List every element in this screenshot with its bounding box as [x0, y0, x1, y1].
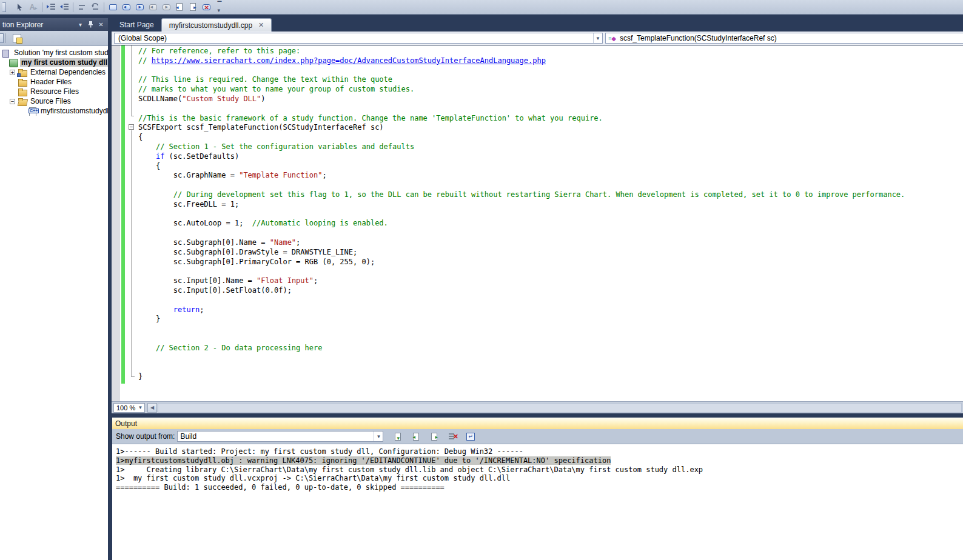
cursor-select-icon[interactable] — [13, 1, 27, 13]
editor-navigation-bar: (Global Scope) ▼ ≡◆ scsf_TemplateFunctio… — [112, 32, 963, 45]
clear-bookmarks-icon[interactable]: ✕ — [200, 1, 213, 13]
scope-dropdown[interactable]: (Global Scope) ▼ — [114, 33, 603, 44]
toggle-bookmark-icon[interactable] — [106, 1, 119, 13]
tree-item-source-files[interactable]: −Source Files — [0, 96, 108, 106]
member-dropdown-value: scsf_TemplateFunction(SCStudyInterfaceRe… — [616, 34, 780, 42]
solution-explorer-header[interactable]: tion Explorer ▾ ✕ — [0, 18, 108, 31]
output-log[interactable]: 1>------ Build started: Project: my firs… — [112, 444, 963, 560]
code-line: { — [138, 162, 963, 172]
find-message-icon[interactable]: ▾ — [391, 430, 405, 442]
code-line — [138, 362, 963, 372]
expand-icon[interactable]: + — [10, 70, 15, 75]
code-line: } — [138, 315, 963, 324]
tree-item-label: my first custom study dll — [20, 58, 108, 67]
editor-bottom-bar: 100 % ▼ ◀ — [112, 401, 963, 413]
solution-icon — [1, 49, 11, 57]
previous-bookmark-icon[interactable]: ◂ — [119, 1, 133, 13]
code-line: sc.GraphName = "Template Function"; — [138, 171, 963, 181]
tab-label: myfirstcustomstudydll.cpp — [169, 21, 252, 30]
tab-myfirstcustomstudydll[interactable]: myfirstcustomstudydll.cpp ✕ — [161, 18, 272, 32]
tree-item-label: Resource Files — [29, 87, 80, 96]
code-line: sc.AutoLoop = 1; //Automatic looping is … — [138, 219, 963, 228]
code-line — [138, 181, 963, 190]
show-output-from-label: Show output from: — [116, 432, 175, 441]
output-source-value: Build — [178, 432, 374, 441]
code-line: //This is the basic framework of a study… — [138, 114, 963, 124]
next-bookmark-icon[interactable]: ▸ — [133, 1, 146, 13]
method-icon: ≡◆ — [608, 35, 616, 42]
code-line: // Section 1 - Set the configuration var… — [138, 142, 963, 152]
output-toolbar-icons: ▾◂▸✕↵ — [391, 430, 478, 442]
separator — [42, 2, 42, 12]
code-text: // For reference, refer to this page:// … — [138, 47, 963, 382]
tree-item-external-dependencies[interactable]: +External Dependencies — [0, 67, 108, 77]
previous-bookmark-in-folder-icon[interactable]: ◂ — [146, 1, 159, 13]
output-line: 1> Creating library C:\SierraChart\Data\… — [116, 465, 963, 475]
collapse-region-icon[interactable]: − — [129, 124, 134, 130]
tree-item-header-files[interactable]: Header Files — [0, 77, 108, 87]
scope-dropdown-value: (Global Scope) — [115, 34, 170, 42]
tab-start-page[interactable]: Start Page — [112, 18, 161, 32]
code-line — [138, 353, 963, 363]
code-line — [138, 324, 963, 334]
code-line: sc.FreeDLL = 1; — [138, 200, 963, 210]
close-panel-icon[interactable]: ✕ — [96, 20, 106, 29]
chevron-down-icon[interactable]: ▼ — [593, 33, 602, 43]
toolbar-overflow-icon[interactable]: ▔▾ — [213, 1, 226, 13]
tree-item-solution[interactable]: Solution 'my first custom study dll' ( — [0, 48, 108, 58]
uncomment-lines-icon[interactable] — [89, 1, 102, 13]
chevron-down-icon[interactable]: ▼ — [136, 405, 144, 410]
window-position-icon[interactable]: ▾ — [76, 20, 85, 29]
tree-item-cpp-file[interactable]: C++myfirstcustomstudydll.c — [0, 106, 108, 116]
code-line: sc.Input[0].Name = "Float Input"; — [138, 276, 963, 286]
toggle-word-wrap-icon[interactable]: ↵ — [463, 430, 478, 442]
indicator-margin[interactable] — [112, 45, 121, 401]
output-window: Output Show output from: Build ▼ ▾◂▸✕↵ 1… — [108, 418, 963, 560]
separator — [104, 2, 104, 12]
scroll-left-button[interactable]: ◀ — [147, 403, 157, 413]
folder-open-icon — [18, 98, 27, 105]
output-line: 1> my first custom study dll.vcxproj -> … — [116, 474, 963, 483]
tree-item-resource-files[interactable]: Resource Files — [0, 87, 108, 96]
clipboard-partial-icon[interactable] — [0, 1, 13, 13]
previous-message-icon[interactable]: ◂ — [409, 430, 423, 442]
tree-item-label: myfirstcustomstudydll.c — [39, 107, 108, 115]
partial-toolbar-icon[interactable] — [0, 33, 4, 43]
comment-lines-icon[interactable] — [75, 1, 89, 13]
next-bookmark-in-document-icon[interactable]: ▸ — [186, 1, 200, 13]
main-toolbar: A▸◂▸◂▸◂▸✕▔▾ — [0, 0, 963, 15]
output-line: 1>myfirstcustomstudydll.obj : warning LN… — [116, 456, 963, 465]
code-editing-area[interactable]: − // For reference, refer to this page:/… — [112, 45, 963, 401]
auto-hide-pin-icon[interactable] — [86, 20, 95, 29]
solution-explorer-toolbar — [0, 31, 108, 46]
decrease-indent-icon[interactable] — [44, 1, 58, 13]
previous-bookmark-in-document-icon[interactable]: ◂ — [173, 1, 186, 13]
folder-icon — [18, 88, 27, 96]
chevron-down-icon[interactable]: ▼ — [374, 432, 383, 441]
format-text-icon: A▸ — [27, 1, 40, 13]
output-title: Output — [115, 419, 137, 428]
next-bookmark-in-folder-icon[interactable]: ▸ — [159, 1, 173, 13]
increase-indent-icon[interactable] — [58, 1, 71, 13]
code-line: SCSFExport scsf_TemplateFunction(SCStudy… — [138, 123, 963, 133]
outline-line — [131, 130, 132, 376]
output-toolbar: Show output from: Build ▼ ▾◂▸✕↵ — [112, 429, 963, 444]
code-line — [138, 296, 963, 305]
close-tab-icon[interactable]: ✕ — [258, 21, 264, 29]
output-caption-bar[interactable]: Output — [112, 418, 963, 429]
folder-icon — [18, 78, 27, 86]
member-dropdown[interactable]: ≡◆ scsf_TemplateFunction(SCStudyInterfac… — [605, 33, 963, 44]
next-message-icon[interactable]: ▸ — [427, 430, 441, 442]
clear-all-icon[interactable]: ✕ — [445, 430, 460, 442]
code-editor-window: (Global Scope) ▼ ≡◆ scsf_TemplateFunctio… — [108, 32, 963, 413]
outline-line-corner — [131, 376, 135, 377]
code-line: sc.Subgraph[0].PrimaryColor = RGB (0, 25… — [138, 258, 963, 267]
project-icon — [8, 59, 18, 67]
properties-icon[interactable] — [13, 34, 21, 43]
output-source-dropdown[interactable]: Build ▼ — [177, 431, 383, 442]
horizontal-scrollbar[interactable] — [158, 403, 962, 413]
tree-item-label: Header Files — [29, 78, 73, 86]
zoom-dropdown[interactable]: 100 % ▼ — [113, 403, 145, 413]
collapse-icon[interactable]: − — [10, 99, 15, 104]
tree-item-project[interactable]: my first custom study dll — [0, 58, 108, 67]
